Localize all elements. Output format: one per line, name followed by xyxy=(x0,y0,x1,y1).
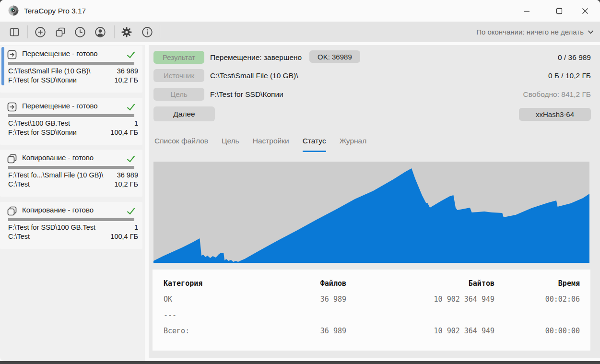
panel-toggle-icon[interactable] xyxy=(8,26,21,38)
task-target-path: F:\Test for SSD\Копии xyxy=(8,76,77,86)
task-size: 10,2 ГБ xyxy=(114,180,138,190)
hash-algorithm-button[interactable]: xxHash3-64 xyxy=(519,108,591,121)
tab-options[interactable]: Настройки xyxy=(253,137,289,152)
task-source-path: F:\Test for SSD\100 GB.Test xyxy=(8,223,95,233)
target-button[interactable]: Цель xyxy=(153,88,204,101)
speed-chart-area xyxy=(153,162,589,263)
task-size: 10,2 ГБ xyxy=(114,76,138,86)
table-header: Файлов xyxy=(259,276,346,292)
task-files-count: 36 989 xyxy=(117,171,138,181)
toolbar-separator xyxy=(114,25,115,38)
task-files-count: 1 xyxy=(134,223,138,233)
user-account-icon[interactable] xyxy=(94,26,106,38)
table-cell: 36 989 xyxy=(259,323,346,339)
window-title: TeraCopy Pro 3.17 xyxy=(24,0,86,22)
tab-journal[interactable]: Журнал xyxy=(340,137,367,152)
on-finish-dropdown[interactable]: По окончании: ничего не делать xyxy=(476,22,594,42)
source-path: C:\Test\Small File (10 GB)\ xyxy=(210,69,298,82)
task-title: Перемещение - готово xyxy=(22,102,98,110)
task-title: Перемещение - готово xyxy=(22,49,98,58)
toolbar-separator xyxy=(27,25,28,38)
maximize-icon xyxy=(556,8,563,14)
close-button[interactable] xyxy=(574,0,596,22)
table-cell xyxy=(346,307,494,323)
tab-file-list[interactable]: Список файлов xyxy=(154,137,208,152)
status-table-panel: КатегорияФайловБайтовВремяOK36 98910 902… xyxy=(153,270,590,351)
files-progress: 0 / 36 989 xyxy=(558,51,591,64)
bytes-progress: 0 Б / 10,2 ГБ xyxy=(548,69,591,82)
task-files-count: 36 989 xyxy=(117,67,138,77)
task-card[interactable]: Перемещение - готовоC:\Test\100 GB.Test1… xyxy=(0,98,142,145)
task-card[interactable]: Копирование - готовоF:\Test for SSD\100 … xyxy=(0,202,142,249)
task-title: Копирование - готово xyxy=(22,153,94,162)
table-cell: --- xyxy=(164,307,259,323)
settings-gear-icon[interactable] xyxy=(120,26,133,38)
result-status-text: Перемещение: завершено xyxy=(210,51,302,64)
speed-chart xyxy=(153,162,589,263)
toolbar: По окончании: ничего не делать xyxy=(0,22,600,42)
task-progress-bar xyxy=(8,114,134,117)
add-task-icon[interactable] xyxy=(34,26,47,38)
table-cell xyxy=(494,307,580,323)
task-title: Копирование - готово xyxy=(22,206,94,214)
copy-icon[interactable] xyxy=(54,26,67,38)
table-cell: Всего: xyxy=(164,323,259,339)
task-source-path: F:\Test fo...\Small File (10 GB)\ xyxy=(8,171,103,181)
main-panel: Результат Перемещение: завершено OK: 369… xyxy=(149,45,600,358)
table-cell: 10 902 364 949 xyxy=(346,292,494,307)
title-bar: TeraCopy Pro 3.17 xyxy=(0,0,600,22)
info-icon[interactable] xyxy=(141,26,153,38)
check-icon xyxy=(126,153,136,164)
source-button-label: Источник xyxy=(164,71,194,80)
status-table: КатегорияФайловБайтовВремяOK36 98910 902… xyxy=(153,270,590,339)
teracopy-logo-icon xyxy=(8,5,19,16)
task-source-path: C:\Test\100 GB.Test xyxy=(8,119,70,129)
tab-status[interactable]: Статус xyxy=(303,137,326,152)
toolbar-separator xyxy=(160,25,160,38)
ok-count-label: OK: 36989 xyxy=(318,53,352,61)
hash-algorithm-label: xxHash3-64 xyxy=(536,110,574,118)
result-button-label: Результат xyxy=(163,53,195,61)
task-progress-bar xyxy=(8,218,134,221)
move-icon xyxy=(6,101,18,113)
next-button[interactable]: Далее xyxy=(153,106,215,121)
check-icon xyxy=(126,102,136,112)
screen: TeraCopy Pro 3.17 xyxy=(0,0,600,364)
task-card[interactable]: Копирование - готовоF:\Test fo...\Small … xyxy=(0,150,142,197)
copy-icon xyxy=(6,153,18,164)
task-progress-bar xyxy=(8,166,134,169)
selection-indicator xyxy=(1,47,4,85)
task-size: 100,4 ГБ xyxy=(110,233,138,242)
task-list-sidebar: Перемещение - готовоC:\Test\Small File (… xyxy=(0,45,145,361)
table-cell: 10 902 364 949 xyxy=(346,323,494,339)
on-finish-label: По окончании: ничего не делать xyxy=(476,28,584,36)
task-size: 100,4 ГБ xyxy=(110,129,138,138)
history-icon[interactable] xyxy=(74,26,86,38)
table-cell: 00:00:00 xyxy=(494,323,580,339)
check-icon xyxy=(126,49,136,60)
free-space: Свободно: 841,2 ГБ xyxy=(523,88,591,101)
tab-bar: Список файловЦельНастройкиСтатусЖурнал xyxy=(154,137,366,152)
table-cell: 00:02:06 xyxy=(494,292,580,307)
task-target-path: C:\Test xyxy=(8,233,30,242)
task-card[interactable]: Перемещение - готовоC:\Test\Small File (… xyxy=(0,46,142,93)
copy-icon xyxy=(6,205,18,217)
chevron-down-icon xyxy=(587,28,594,35)
target-button-label: Цель xyxy=(170,90,188,98)
table-cell xyxy=(259,307,346,323)
move-icon xyxy=(6,49,18,60)
minimize-button[interactable] xyxy=(516,0,538,22)
source-button[interactable]: Источник xyxy=(153,69,204,82)
task-files-count: 1 xyxy=(134,119,138,129)
task-progress-bar xyxy=(8,62,134,65)
result-button[interactable]: Результат xyxy=(153,51,204,64)
table-header: Категория xyxy=(164,276,259,292)
table-cell: OK xyxy=(164,292,259,307)
next-button-label: Далее xyxy=(173,110,195,118)
maximize-button[interactable] xyxy=(548,0,570,22)
tab-target[interactable]: Цель xyxy=(222,137,239,152)
app-window: TeraCopy Pro 3.17 xyxy=(0,0,600,361)
table-cell: 36 989 xyxy=(259,292,346,307)
table-header: Байтов xyxy=(346,276,494,292)
ok-count-badge[interactable]: OK: 36989 xyxy=(309,50,360,63)
